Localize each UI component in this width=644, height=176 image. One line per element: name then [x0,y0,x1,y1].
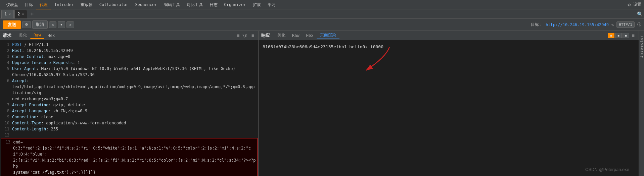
settings-icon[interactable]: ⚙ [628,2,631,7]
view-btn-2[interactable]: ▪ [615,33,622,38]
tab-2[interactable]: 2 × [14,10,27,18]
menu-learn[interactable]: 学习 [264,0,279,9]
tab-bar: 1 × 2 × + 🔍 [0,9,644,19]
search-icon[interactable]: 🔍 [637,11,643,17]
response-tab-render[interactable]: 页面渲染 [317,32,339,39]
send-button[interactable]: 发送 [3,20,21,29]
response-tab-hex[interactable]: Hex [303,33,317,39]
edit-target-icon[interactable]: ✎ [611,22,614,27]
menu-sequencer[interactable]: Sequencer [132,0,160,9]
code-line-3: 3 Cache-Control: max-age=0 [0,54,258,60]
code-line-10: 10 Content-Type: application/x-www-form-… [0,120,258,126]
menu-proxy[interactable]: 代理 [36,0,51,9]
format-newline-icon[interactable]: ≡ \n [236,32,249,39]
tab-1-close[interactable]: × [9,12,11,16]
request-code-area[interactable]: 1 POST / HTTP/1.1 2 Host: 10.246.19.155:… [0,40,258,176]
tab-1[interactable]: 1 × [1,10,14,18]
code-line-13: 13 cmd= [1,139,257,145]
nav-fwd-button[interactable]: > [66,21,74,28]
response-content-area: 8166fd074b28be606a9d4e23135efbb1 hello0x… [259,40,639,176]
target-label: 目标： [531,22,543,27]
request-tab-beautify[interactable]: 美化 [15,32,30,39]
code-line-6b: text/html,application/xhtml+xml,applicat… [0,84,258,102]
code-line-11: 11 Content-Length: 255 [0,126,258,132]
code-line-5: 5 User-Agent: Mozilla/5.0 (Windows NT 10… [0,66,258,72]
menu-extensions[interactable]: 扩展 [249,0,264,9]
request-panel-title: 请求 [3,33,11,39]
http-version-select[interactable]: HTTP/1 [616,21,635,28]
settings-label[interactable]: 设置 [633,2,641,7]
view-btn-3[interactable]: ▪ [623,33,629,38]
post-data-box: 13 cmd= O:3:"red":2:{s:2:"fi";N;s:2:"ri"… [1,138,258,176]
target-url: http://10.246.19.155:42949 [546,22,609,27]
request-panel: 请求 美化 Raw Hex ≡ \n ≡ 1 POST / HTTP/1.1 2… [0,31,259,176]
code-line-6: 6 Accept: [0,78,258,84]
main-content: 请求 美化 Raw Hex ≡ \n ≡ 1 POST / HTTP/1.1 2… [0,31,644,176]
nav-dropdown-button[interactable]: ▾ [58,21,65,28]
code-line-13c: 2:{s:2:"vi";N;s:2:"bi";O:3:"red":2:{s:2:… [1,157,257,169]
code-line-2: 2 Host: 10.246.19.155:42949 [0,48,258,54]
cancel-button[interactable]: 取消 [32,20,48,29]
menu-dashboard[interactable]: 仪表盘 [3,0,21,9]
response-panel-header: 响应 美化 Raw Hex 页面渲染 ▪ ▪ ▪ ≡ [259,31,639,40]
response-tab-beautify[interactable]: 美化 [274,32,289,39]
code-line-13d: system('cat /flag.txt');?>";}}}}}} [1,169,257,175]
code-line-1: 1 POST / HTTP/1.1 [0,42,258,48]
format-menu-icon[interactable]: ≡ [250,32,256,39]
view-buttons: ▪ ▪ ▪ [608,33,629,38]
response-tab-raw[interactable]: Raw [289,33,303,39]
menu-intruder[interactable]: Intruder [51,0,77,9]
nav-back-button[interactable]: < [49,21,56,28]
menu-target[interactable]: 目标 [21,0,36,9]
request-panel-header: 请求 美化 Raw Hex ≡ \n ≡ [0,31,258,40]
menu-collaborator[interactable]: Collaborator [96,0,132,9]
tab-2-label: 2 [17,12,20,16]
menu-organizer[interactable]: Organizer [221,0,249,9]
csdn-watermark: CSDN @Peterpan.exe [585,167,629,172]
menu-decoder[interactable]: 编码工具 [160,0,183,9]
menu-comparer[interactable]: 对比工具 [183,0,206,9]
code-line-12: 12 [0,132,258,138]
response-text-value: 8166fd074b28be606a9d4e23135efbb1 hello0x… [263,44,383,49]
menu-logger[interactable]: 日志 [206,0,221,9]
request-tab-hex[interactable]: Hex [44,33,58,39]
toolbar: 发送 ⚙ 取消 < ▾ > 目标： http://10.246.19.155:4… [0,19,644,31]
inspector-sidebar: Inspector [639,31,644,176]
request-tab-raw[interactable]: Raw [30,32,44,39]
code-line-5b: Chrome/116.0.5845.97 Safari/537.36 [0,72,258,78]
code-line-9: 9 Connection: close [0,114,258,120]
menu-repeater[interactable]: 重放器 [77,0,96,9]
code-line-8: 8 Accept-Language: zh-CN,zh;q=0.9 [0,108,258,114]
inspector-label: Inspector [639,35,644,58]
tab-add-button[interactable]: + [28,10,37,18]
red-arrow-annotation [346,44,400,84]
top-menu-bar: 仪表盘 目标 代理 Intruder 重放器 Collaborator Sequ… [0,0,644,9]
settings-gear-button[interactable]: ⚙ [22,21,31,28]
response-panel-title: 响应 [261,33,270,39]
response-menu-icon[interactable]: ≡ [631,32,636,39]
tab-1-label: 1 [4,12,7,16]
response-panel: 响应 美化 Raw Hex 页面渲染 ▪ ▪ ▪ ≡ 8166fd074b28b… [259,31,639,176]
tab-2-close[interactable]: × [22,12,24,16]
code-line-4: 4 Upgrade-Insecure-Requests: 1 [0,60,258,66]
view-btn-1[interactable]: ▪ [608,33,614,38]
info-icon[interactable]: ⓘ [637,22,641,27]
code-line-13b: O:3:"red":2:{s:2:"fi";N;s:2:"ri";O:5:"wh… [1,145,257,157]
code-line-7: 7 Accept-Encoding: gzip, deflate [0,102,258,108]
